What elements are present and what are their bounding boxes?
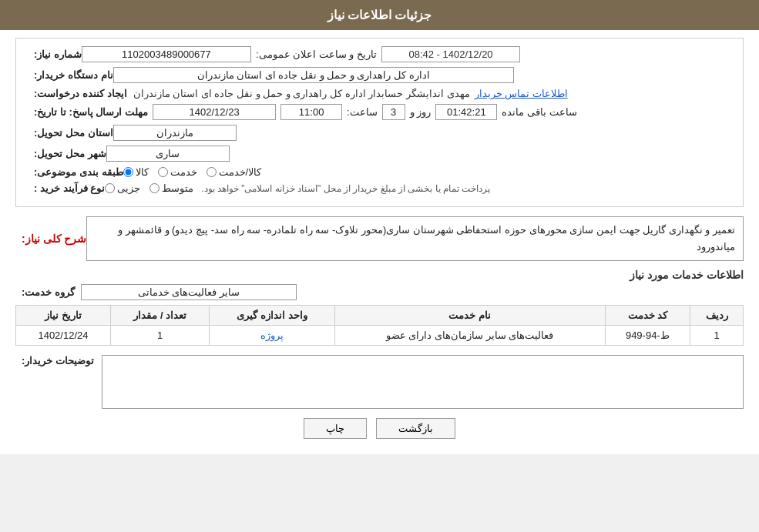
services-section: اطلاعات خدمات مورد نیاز سایر فعالیت‌های … xyxy=(15,269,744,346)
deadline-remaining-value: 01:42:21 xyxy=(435,104,497,120)
cell-code: ط-94-949 xyxy=(605,326,690,346)
need-description-value: تعمیر و نگهداری گاریل جهت ایمن سازی محور… xyxy=(86,216,744,261)
col-code: کد خدمت xyxy=(605,306,690,326)
cell-qty: 1 xyxy=(110,326,210,346)
purchase-type-label: نوع فرآیند خرید : xyxy=(34,182,105,194)
purchase-type-note: پرداخت تمام یا بخشی از مبلغ خریدار از مح… xyxy=(201,183,490,194)
request-number-label: شماره نیاز: xyxy=(34,49,82,60)
col-rownum: ردیف xyxy=(690,306,744,326)
deadline-time-label: ساعت: xyxy=(347,106,378,118)
col-qty: تعداد / مقدار xyxy=(110,306,210,326)
purchase-type-radio-group: متوسط جزیی xyxy=(105,182,193,194)
col-unit: واحد اندازه گیری xyxy=(210,306,334,326)
deadline-date-value: 1402/12/23 xyxy=(153,104,276,120)
purchase-jozi-label: جزیی xyxy=(117,182,140,194)
buyer-description-textarea[interactable] xyxy=(102,355,744,409)
services-title: اطلاعات خدمات مورد نیاز xyxy=(15,269,744,281)
category-kala-radio[interactable] xyxy=(123,167,133,177)
services-table: ردیف کد خدمت نام خدمت واحد اندازه گیری ت… xyxy=(15,305,744,346)
purchase-motavasset-label: متوسط xyxy=(162,182,193,194)
delivery-province-label: استان محل تحویل: xyxy=(34,127,113,139)
deadline-remaining-group: ساعت باقی مانده 01:42:21 روز و 3 ساعت: 1… xyxy=(28,104,577,120)
cell-date: 1402/12/24 xyxy=(16,326,111,346)
deadline-days-label: روز و xyxy=(410,106,432,118)
purchase-jozi[interactable]: جزیی xyxy=(105,182,140,194)
city-row: ساری شهر محل تحویل: xyxy=(28,146,731,162)
buyer-org-value: اداره کل راهداری و حمل و نقل جاده ای است… xyxy=(113,67,514,83)
contact-link[interactable]: اطلاعات تماس خریدار xyxy=(475,88,568,99)
delivery-province-value: مازندران xyxy=(113,125,237,141)
buyer-org-row: اداره کل راهداری و حمل و نقل جاده ای است… xyxy=(28,67,731,83)
delivery-city-label: شهر محل تحویل: xyxy=(34,148,106,159)
creator-row: اطلاعات تماس خریدار مهدی اندایشگر حسابدا… xyxy=(28,88,731,99)
buyer-description-label: توضیحات خریدار: xyxy=(22,355,94,366)
deadline-label: مهلت ارسال پاسخ: تا تاریخ: xyxy=(34,106,148,118)
buyer-description-row: توضیحات خریدار: xyxy=(15,355,744,409)
delivery-city-value: ساری xyxy=(106,146,230,162)
category-radio-group: کالا/خدمت خدمت کالا xyxy=(123,166,262,178)
deadline-time-value: 11:00 xyxy=(280,104,342,120)
table-header: ردیف کد خدمت نام خدمت واحد اندازه گیری ت… xyxy=(16,306,744,326)
cell-name: فعالیت‌های سایر سازمان‌های دارای عضو xyxy=(334,326,605,346)
category-row: کالا/خدمت خدمت کالا طبقه بندی موضوعی: xyxy=(28,166,731,178)
category-khedmat[interactable]: خدمت xyxy=(158,166,197,178)
main-content: 1402/12/20 - 08:42 تاریخ و ساعت اعلان عم… xyxy=(0,30,759,454)
creator-value: مهدی اندایشگر حسابدار اداره کل راهداری و… xyxy=(133,88,470,99)
category-kala[interactable]: کالا xyxy=(123,166,149,178)
col-name: نام خدمت xyxy=(334,306,605,326)
page-header: جزئیات اطلاعات نیاز xyxy=(0,0,759,30)
need-description-label: شرح کلی نیاز: xyxy=(22,233,86,245)
category-kala-khedmat-label: کالا/خدمت xyxy=(219,166,262,178)
service-group-row: سایر فعالیت‌های خدماتی گروه خدمت: xyxy=(15,284,744,300)
purchase-jozi-radio[interactable] xyxy=(105,183,115,193)
date-public-value: 1402/12/20 - 08:42 xyxy=(381,46,520,62)
service-group-value: سایر فعالیت‌های خدماتی xyxy=(81,284,297,300)
service-group-label: گروه خدمت: xyxy=(22,286,75,298)
cell-unit: پروژه xyxy=(210,326,334,346)
col-date: تاریخ نیاز xyxy=(16,306,111,326)
deadline-remaining-label: ساعت باقی مانده xyxy=(502,106,576,118)
need-description-row: تعمیر و نگهداری گاریل جهت ایمن سازی محور… xyxy=(15,216,744,261)
purchase-motavasset[interactable]: متوسط xyxy=(149,182,193,194)
info-section: 1402/12/20 - 08:42 تاریخ و ساعت اعلان عم… xyxy=(15,38,744,207)
date-public-label: تاریخ و ساعت اعلان عمومی: xyxy=(256,49,377,60)
category-label: طبقه بندی موضوعی: xyxy=(34,166,123,178)
buttons-row: بازگشت چاپ xyxy=(15,418,744,439)
request-number-value: 1102003489000677 xyxy=(82,46,251,62)
print-button[interactable]: چاپ xyxy=(304,418,367,439)
purchase-type-row: پرداخت تمام یا بخشی از مبلغ خریدار از مح… xyxy=(28,182,731,194)
page-title: جزئیات اطلاعات نیاز xyxy=(327,8,432,22)
category-kala-label: کالا xyxy=(136,166,149,178)
page-wrapper: جزئیات اطلاعات نیاز 1402/12/20 - 08:42 ت… xyxy=(0,0,759,454)
table-body: 1 ط-94-949 فعالیت‌های سایر سازمان‌های دا… xyxy=(16,326,744,346)
back-button[interactable]: بازگشت xyxy=(376,418,455,439)
table-row: 1 ط-94-949 فعالیت‌های سایر سازمان‌های دا… xyxy=(16,326,744,346)
category-khedmat-label: خدمت xyxy=(170,166,197,178)
category-khedmat-radio[interactable] xyxy=(158,167,168,177)
buyer-org-label: نام دستگاه خریدار: xyxy=(34,69,113,81)
cell-rownum: 1 xyxy=(690,326,744,346)
province-row: مازندران استان محل تحویل: xyxy=(28,125,731,141)
deadline-days-value: 3 xyxy=(382,104,405,120)
category-kala-khedmat-radio[interactable] xyxy=(207,167,217,177)
request-number-row: 1402/12/20 - 08:42 تاریخ و ساعت اعلان عم… xyxy=(28,46,731,62)
category-kala-khedmat[interactable]: کالا/خدمت xyxy=(207,166,262,178)
creator-label: ایجاد کننده درخواست: xyxy=(34,88,127,99)
purchase-motavasset-radio[interactable] xyxy=(149,183,160,193)
deadline-row: ساعت باقی مانده 01:42:21 روز و 3 ساعت: 1… xyxy=(28,104,731,120)
